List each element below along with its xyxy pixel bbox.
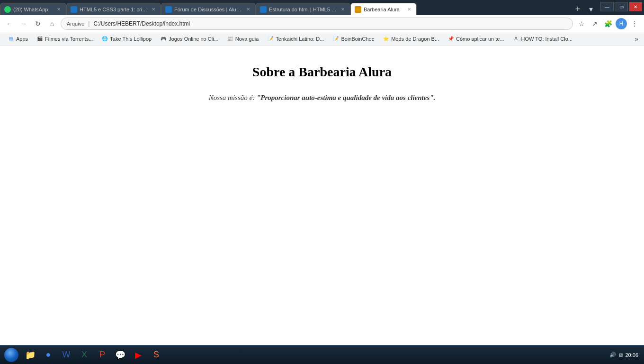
bookmark-label-nova-guia: Nova guia: [235, 36, 259, 42]
bookmark-icon-nova-guia: 📰: [227, 36, 233, 42]
minimize-button[interactable]: —: [600, 2, 614, 11]
tab-close-tab-estrutura[interactable]: ✕: [340, 6, 346, 13]
bookmark-apps[interactable]: ⊞Apps: [4, 35, 32, 43]
taskbar-icon-chrome[interactable]: ●: [40, 346, 57, 364]
bookmark-icon-tenkaichi: 📝: [267, 36, 274, 42]
address-bar: ← → ↻ ⌂ Arquivo | C:/Users/HEBERT/Deskto…: [0, 15, 644, 32]
bookmark-label-tenkaichi: Tenkaichi Latino: D...: [276, 36, 324, 42]
protocol-label: Arquivo: [67, 21, 84, 27]
taskbar-icon-excel[interactable]: X: [76, 346, 93, 364]
close-button[interactable]: ✕: [629, 2, 642, 11]
bookmark-label-apps: Apps: [16, 36, 28, 42]
bookmark-icon-filmes: 🎬: [36, 36, 43, 42]
page-mission: Nossa missão é: "Proporcionar auto-estim…: [209, 94, 436, 102]
back-button[interactable]: ←: [4, 18, 15, 29]
tab-favicon-tab-barbearia: [355, 6, 361, 13]
bookmark-nova-guia[interactable]: 📰Nova guia: [223, 35, 263, 43]
bookmark-label-howto: HOW TO: Install Clo...: [521, 36, 572, 42]
bookmark-tenkaichi[interactable]: 📝Tenkaichi Latino: D...: [263, 35, 328, 43]
page-title: Sobre a Barbearia Alura: [252, 64, 392, 80]
title-bar: (20) WhatsApp✕HTML5 e CSS3 parte 1: crie…: [0, 0, 644, 15]
url-text: C:/Users/HEBERT/Desktop/index.html: [93, 20, 190, 27]
page-content: Sobre a Barbearia Alura Nossa missão é: …: [0, 46, 644, 345]
taskbar-icon-sublime[interactable]: S: [148, 346, 165, 364]
tab-close-tab-barbearia[interactable]: ✕: [406, 6, 412, 13]
tab-label-tab-barbearia: Barbearia Alura: [364, 7, 403, 12]
home-button[interactable]: ⌂: [46, 18, 58, 29]
system-tray: 🔊 🖥 20:06: [606, 352, 642, 358]
taskbar-icon-powerpoint[interactable]: P: [94, 346, 111, 364]
tab-overflow-button[interactable]: ▾: [584, 3, 598, 15]
window-controls: — ▭ ✕: [598, 0, 644, 11]
bookmark-filmes[interactable]: 🎬Filmes via Torrents...: [33, 35, 97, 43]
avatar: H: [616, 18, 627, 29]
bookmark-take-this-lollipop[interactable]: 🌐Take This Lollipop: [98, 35, 155, 43]
refresh-button[interactable]: ↻: [32, 18, 44, 29]
bookmark-boinboin[interactable]: 📝BoinBoinChoc: [329, 35, 378, 43]
bookmark-icon-howto: A: [513, 36, 519, 42]
tab-close-tab-whatsapp[interactable]: ✕: [55, 6, 62, 13]
bookmark-label-mods-dragon: Mods de Dragon B...: [391, 36, 439, 42]
taskbar-icon-youtube[interactable]: ▶: [130, 346, 147, 364]
bookmark-label-boinboin: BoinBoinChoc: [341, 36, 374, 42]
tab-list: (20) WhatsApp✕HTML5 e CSS3 parte 1: crie…: [0, 0, 569, 15]
forward-button[interactable]: →: [18, 18, 29, 29]
bookmark-label-jogos: Jogos Online no Cli...: [169, 36, 218, 42]
start-orb: [4, 348, 18, 362]
tab-close-tab-forum[interactable]: ✕: [245, 6, 251, 13]
tab-tab-whatsapp[interactable]: (20) WhatsApp✕: [0, 3, 66, 15]
tab-label-tab-estrutura: Estrutura do html | HTML5 e C...: [269, 7, 337, 12]
tab-favicon-tab-estrutura: [260, 6, 267, 13]
bookmark-jogos[interactable]: 🎮Jogos Online no Cli...: [156, 35, 222, 43]
bookmark-icon-mods-dragon: ⭐: [383, 36, 389, 42]
display-icon[interactable]: 🖥: [618, 352, 623, 358]
bookmark-label-filmes: Filmes via Torrents...: [45, 36, 93, 42]
bookmark-star-icon[interactable]: ☆: [576, 18, 587, 29]
taskbar-icon-word[interactable]: W: [58, 346, 75, 364]
taskbar: 📁●WXP💬▶S 🔊 🖥 20:06: [0, 345, 644, 364]
tab-favicon-tab-forum: [165, 6, 172, 13]
toolbar-icons: ☆ ↗ 🧩 H ⋮: [576, 18, 640, 29]
tab-favicon-tab-whatsapp: [4, 6, 11, 13]
url-bar[interactable]: Arquivo | C:/Users/HEBERT/Desktop/index.…: [61, 18, 573, 30]
taskbar-icon-discord[interactable]: 💬: [112, 346, 129, 364]
tab-tab-html5-css3[interactable]: HTML5 e CSS3 parte 1: crie un...✕: [66, 3, 161, 15]
bookmark-howto[interactable]: AHOW TO: Install Clo...: [509, 35, 576, 43]
tab-label-tab-html5-css3: HTML5 e CSS3 parte 1: crie un...: [80, 7, 148, 12]
volume-icon[interactable]: 🔊: [609, 352, 616, 358]
share-icon[interactable]: ↗: [589, 18, 600, 29]
tab-label-tab-forum: Fórum de Discussões | Alura -...: [174, 7, 242, 12]
bookmark-icon-jogos: 🎮: [160, 36, 167, 42]
tab-favicon-tab-html5-css3: [71, 6, 77, 13]
new-tab-button[interactable]: +: [571, 3, 584, 15]
menu-icon[interactable]: ⋮: [629, 18, 640, 29]
tab-close-tab-html5-css3[interactable]: ✕: [150, 6, 157, 13]
bookmark-icon-como-aplicar: 📌: [447, 36, 454, 42]
tab-tab-estrutura[interactable]: Estrutura do html | HTML5 e C...✕: [256, 3, 350, 15]
taskbar-icon-explorer[interactable]: 📁: [22, 346, 39, 364]
bookmark-icon-take-this-lollipop: 🌐: [101, 36, 108, 42]
user-profile-icon[interactable]: H: [616, 18, 627, 29]
tab-label-tab-whatsapp: (20) WhatsApp: [13, 7, 53, 12]
bookmarks-more-button[interactable]: »: [633, 34, 640, 44]
mission-prefix: Nossa missão é:: [209, 94, 257, 101]
bookmark-icon-apps: ⊞: [8, 36, 14, 42]
bookmarks-bar: ⊞Apps🎬Filmes via Torrents...🌐Take This L…: [0, 32, 644, 46]
mission-text: "Proporcionar auto-estima e qualidade de…: [257, 94, 435, 101]
start-button[interactable]: [2, 346, 21, 364]
maximize-button[interactable]: ▭: [615, 2, 628, 11]
tab-tab-forum[interactable]: Fórum de Discussões | Alura -...✕: [161, 3, 256, 15]
address-separator: |: [88, 20, 89, 27]
bookmark-mods-dragon[interactable]: ⭐Mods de Dragon B...: [379, 35, 443, 43]
bookmark-label-como-aplicar: Cómo aplicar un te...: [456, 36, 504, 42]
bookmark-label-take-this-lollipop: Take This Lollipop: [110, 36, 152, 42]
bookmark-como-aplicar[interactable]: 📌Cómo aplicar un te...: [444, 35, 508, 43]
extensions-icon[interactable]: 🧩: [602, 18, 614, 29]
tab-tab-barbearia[interactable]: Barbearia Alura✕: [350, 3, 417, 15]
system-time: 20:06: [625, 352, 638, 358]
bookmark-icon-boinboin: 📝: [332, 36, 339, 42]
